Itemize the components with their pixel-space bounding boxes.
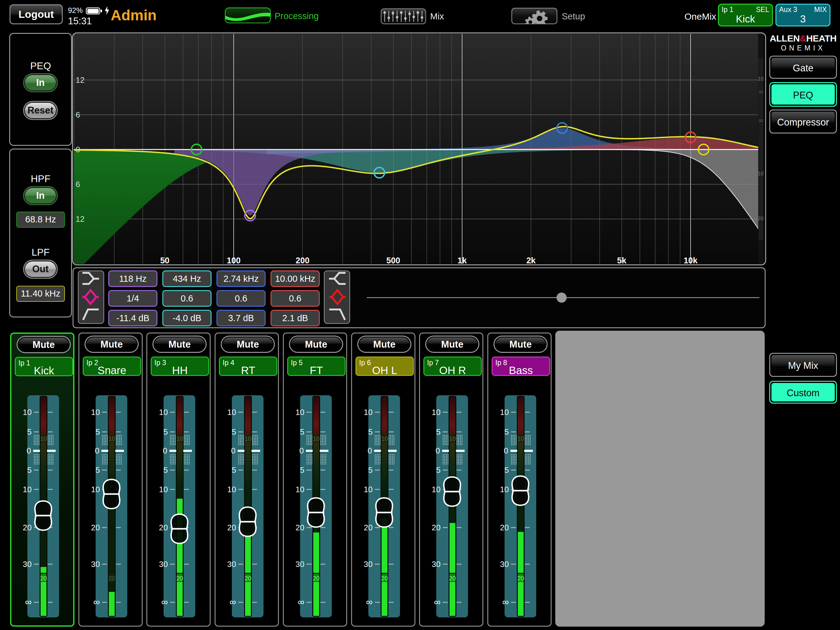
svg-text:20: 20 bbox=[758, 216, 764, 222]
svg-text:∞: ∞ bbox=[434, 597, 441, 607]
svg-text:∞: ∞ bbox=[298, 597, 305, 607]
svg-text:10: 10 bbox=[758, 171, 764, 177]
svg-text:10: 10 bbox=[91, 485, 100, 494]
svg-text:10: 10 bbox=[432, 485, 441, 494]
svg-text:∞: ∞ bbox=[93, 597, 100, 607]
svg-text:10: 10 bbox=[381, 435, 388, 442]
svg-text:20: 20 bbox=[449, 575, 456, 582]
svg-text:5: 5 bbox=[232, 427, 236, 437]
svg-text:1k: 1k bbox=[458, 256, 467, 265]
svg-text:20: 20 bbox=[159, 523, 168, 532]
svg-text:10: 10 bbox=[758, 76, 764, 82]
svg-text:50: 50 bbox=[160, 256, 169, 265]
svg-text:∞: ∞ bbox=[366, 597, 373, 607]
svg-text:12: 12 bbox=[76, 75, 85, 85]
svg-text:10: 10 bbox=[227, 485, 236, 494]
svg-text:20: 20 bbox=[295, 523, 305, 532]
svg-text:30: 30 bbox=[159, 560, 168, 569]
svg-text:10k: 10k bbox=[684, 256, 698, 265]
svg-text:20: 20 bbox=[313, 575, 319, 582]
svg-text:20: 20 bbox=[227, 523, 236, 532]
svg-text:20: 20 bbox=[176, 575, 183, 582]
svg-text:5: 5 bbox=[96, 427, 100, 437]
svg-text:10: 10 bbox=[245, 435, 251, 442]
svg-text:∞: ∞ bbox=[230, 597, 236, 607]
svg-text:10: 10 bbox=[176, 435, 183, 442]
svg-text:30: 30 bbox=[500, 560, 509, 569]
svg-text:5: 5 bbox=[164, 465, 168, 475]
svg-text:5: 5 bbox=[505, 427, 509, 437]
svg-text:0: 0 bbox=[27, 446, 31, 455]
svg-text:12: 12 bbox=[76, 214, 85, 224]
svg-text:∞: ∞ bbox=[161, 597, 168, 607]
svg-text:20: 20 bbox=[245, 575, 251, 582]
svg-text:0: 0 bbox=[231, 446, 235, 455]
svg-text:0: 0 bbox=[436, 446, 440, 455]
svg-text:10: 10 bbox=[364, 485, 373, 494]
svg-text:5: 5 bbox=[505, 465, 509, 475]
svg-text:5: 5 bbox=[96, 465, 100, 475]
svg-text:6: 6 bbox=[76, 180, 80, 189]
svg-text:10: 10 bbox=[500, 408, 509, 417]
svg-text:500: 500 bbox=[386, 256, 400, 265]
svg-text:5: 5 bbox=[300, 465, 305, 475]
svg-text:30: 30 bbox=[432, 560, 441, 569]
svg-text:10: 10 bbox=[227, 408, 236, 417]
svg-text:0: 0 bbox=[76, 145, 80, 154]
svg-text:10: 10 bbox=[40, 435, 47, 442]
svg-text:30: 30 bbox=[295, 560, 305, 569]
svg-text:10: 10 bbox=[517, 435, 524, 442]
svg-text:5: 5 bbox=[232, 465, 236, 475]
svg-text:10: 10 bbox=[108, 435, 115, 442]
svg-text:5: 5 bbox=[368, 465, 373, 475]
svg-text:6: 6 bbox=[76, 110, 80, 119]
svg-text:2k: 2k bbox=[526, 256, 536, 265]
svg-text:100: 100 bbox=[227, 256, 240, 265]
svg-text:20: 20 bbox=[517, 575, 524, 582]
svg-text:20: 20 bbox=[364, 523, 373, 532]
svg-text:10: 10 bbox=[159, 485, 168, 494]
svg-text:30: 30 bbox=[364, 560, 373, 569]
svg-text:200: 200 bbox=[295, 256, 309, 265]
svg-text:5: 5 bbox=[436, 427, 441, 437]
svg-text:10: 10 bbox=[295, 485, 305, 494]
svg-text:20: 20 bbox=[23, 523, 32, 532]
svg-text:∞: ∞ bbox=[502, 597, 509, 607]
svg-text:0: 0 bbox=[300, 446, 304, 455]
svg-text:∞: ∞ bbox=[25, 597, 32, 607]
svg-text:5: 5 bbox=[436, 465, 441, 475]
svg-text:10: 10 bbox=[23, 485, 32, 494]
svg-text:5: 5 bbox=[27, 465, 32, 475]
svg-text:5: 5 bbox=[368, 427, 373, 437]
svg-text:0: 0 bbox=[163, 446, 167, 455]
svg-text:5: 5 bbox=[27, 427, 32, 437]
svg-text:5k: 5k bbox=[617, 256, 627, 265]
svg-text:30: 30 bbox=[23, 560, 32, 569]
svg-text:10: 10 bbox=[500, 485, 509, 494]
svg-text:30: 30 bbox=[227, 560, 236, 569]
svg-text:20: 20 bbox=[432, 523, 441, 532]
svg-text:10: 10 bbox=[432, 408, 441, 417]
svg-text:0: 0 bbox=[95, 446, 99, 455]
svg-text:10: 10 bbox=[295, 408, 305, 417]
svg-text:10: 10 bbox=[449, 435, 456, 442]
svg-text:20: 20 bbox=[381, 575, 388, 582]
svg-text:10: 10 bbox=[159, 408, 168, 417]
svg-text:5: 5 bbox=[164, 427, 168, 437]
svg-text:0: 0 bbox=[368, 446, 372, 455]
svg-text:10: 10 bbox=[313, 435, 319, 442]
svg-text:10: 10 bbox=[91, 408, 100, 417]
svg-text:10: 10 bbox=[23, 408, 32, 417]
svg-text:20: 20 bbox=[91, 523, 100, 532]
svg-text:20: 20 bbox=[40, 575, 47, 582]
svg-text:0: 0 bbox=[504, 446, 508, 455]
svg-text:20: 20 bbox=[500, 523, 509, 532]
svg-text:5: 5 bbox=[300, 427, 305, 437]
svg-text:20: 20 bbox=[108, 575, 115, 582]
svg-text:30: 30 bbox=[91, 560, 100, 569]
svg-text:10: 10 bbox=[364, 408, 373, 417]
